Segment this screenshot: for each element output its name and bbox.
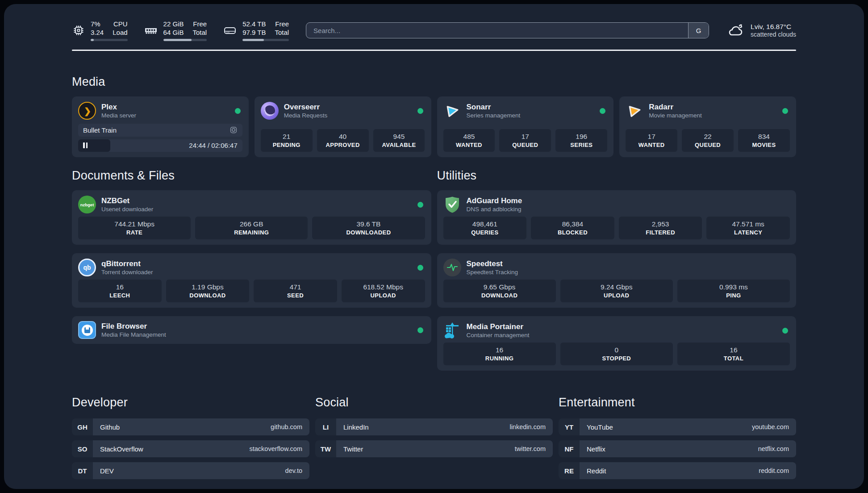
app-card-adguard[interactable]: AdGuard Home DNS and adblocking 498,461Q… [437, 190, 797, 245]
filebrowser-icon [78, 321, 96, 339]
app-card-speedtest[interactable]: Speedtest Speedtest Tracking 9.65 GbpsDO… [437, 253, 797, 308]
sonarr-icon [443, 102, 461, 120]
app-card-portainer[interactable]: Media Portainer Container management 16R… [437, 316, 797, 371]
link-tag: TW [315, 440, 336, 457]
memory-free-label: Free [192, 20, 207, 28]
link-row-netflix[interactable]: NF Netflix netflix.com [559, 440, 796, 457]
disk-total-label: Total [275, 28, 289, 37]
section-title-media: Media [72, 75, 796, 89]
status-dot [235, 108, 241, 114]
memory-total-label: Total [192, 28, 207, 37]
link-url: twitter.com [515, 445, 546, 452]
nzbget-icon: nzbget [78, 196, 96, 213]
stat-series: 196SERIES [555, 129, 607, 152]
app-subtitle: Usenet downloader [101, 205, 153, 213]
app-card-qbittorrent[interactable]: qb qBittorrent Torrent downloader 16LEEC… [72, 253, 431, 308]
app-subtitle: Container management [467, 331, 530, 339]
stat-seed: 471SEED [254, 280, 337, 302]
link-tag: SO [72, 440, 93, 457]
search-bar: G [306, 22, 709, 38]
link-url: linkedin.com [509, 423, 546, 430]
app-card-sonarr[interactable]: Sonarr Series management 485WANTED 17QUE… [437, 96, 614, 157]
disk-icon [223, 24, 237, 37]
stat-latency: 47.571 msLATENCY [706, 217, 790, 239]
link-name: StackOverflow [100, 445, 143, 453]
status-dot [417, 265, 423, 271]
weather-condition: scattered clouds [751, 31, 796, 38]
disk-stat-widget: 52.4 TB 97.9 TB Free Total [223, 20, 289, 41]
stat-downloaded: 39.6 TBDOWNLOADED [312, 217, 425, 239]
app-card-radarr[interactable]: Radarr Movie management 17WANTED 22QUEUE… [619, 96, 796, 157]
status-dot [417, 108, 423, 114]
status-dot [782, 328, 788, 334]
playback-progress-bar[interactable]: 24:44 / 02:06:47 [78, 139, 242, 152]
app-subtitle: Media File Management [101, 331, 166, 338]
link-row-youtube[interactable]: YT YouTube youtube.com [559, 418, 796, 435]
now-playing-row: Bullet Train [78, 124, 242, 137]
screen: 7% 3.24 CPU Load [0, 0, 868, 493]
stat-wanted: 17WANTED [626, 129, 677, 152]
app-name: File Browser [101, 322, 166, 331]
app-name: Radarr [649, 102, 702, 112]
stat-download: 9.65 GbpsDOWNLOAD [443, 280, 556, 302]
app-card-filebrowser[interactable]: File Browser Media File Management [72, 316, 431, 344]
link-tag: LI [315, 418, 336, 435]
cpu-load-value: 3.24 [91, 28, 104, 37]
section-title-entertainment: Entertainment [559, 396, 796, 409]
cpu-icon [72, 24, 85, 37]
social-links: Social LI LinkedIn linkedin.com TW Twitt… [315, 396, 553, 457]
section-title-utilities: Utilities [437, 169, 797, 183]
app-subtitle: DNS and adblocking [467, 205, 522, 213]
link-url: github.com [271, 423, 302, 430]
link-row-stackoverflow[interactable]: SO StackOverflow stackoverflow.com [72, 440, 309, 457]
disk-progress-bar [242, 39, 289, 41]
media-settings-icon[interactable] [230, 126, 238, 134]
app-card-plex[interactable]: ❯ Plex Media server Bullet Train 24:44 [72, 96, 249, 157]
link-url: youtube.com [752, 423, 789, 430]
link-row-linkedin[interactable]: LI LinkedIn linkedin.com [315, 418, 553, 435]
memory-stat-widget: 22 GiB 64 GiB Free Total [144, 20, 207, 41]
media-grid: ❯ Plex Media server Bullet Train 24:44 [72, 96, 796, 157]
memory-progress-bar [163, 39, 207, 41]
app-subtitle: Series management [467, 112, 521, 119]
memory-free-value: 22 GiB [163, 20, 184, 28]
link-tag: DT [72, 462, 93, 479]
app-name: qBittorrent [101, 259, 153, 268]
link-url: stackoverflow.com [250, 445, 302, 452]
stat-available: 945AVAILABLE [373, 129, 425, 152]
system-stats: 7% 3.24 CPU Load [72, 20, 289, 41]
link-row-reddit[interactable]: RE Reddit reddit.com [559, 462, 796, 479]
app-card-nzbget[interactable]: nzbget NZBGet Usenet downloader 744.21 M… [72, 190, 431, 245]
header-divider [72, 50, 796, 51]
cpu-usage-label: CPU [113, 20, 127, 28]
stat-queued: 22QUEUED [682, 129, 734, 152]
section-title-social: Social [315, 396, 553, 409]
link-row-twitter[interactable]: TW Twitter twitter.com [315, 440, 553, 457]
section-title-developer: Developer [72, 396, 309, 409]
search-input[interactable] [306, 23, 688, 38]
stat-blocked: 86,384BLOCKED [531, 217, 614, 239]
link-row-dev[interactable]: DT DEV dev.to [72, 462, 309, 479]
cloud-icon [726, 23, 745, 38]
app-subtitle: Media server [101, 112, 136, 119]
search-engine-button[interactable]: G [688, 23, 709, 38]
plex-icon: ❯ [78, 102, 96, 120]
stat-rate: 744.21 MbpsRATE [78, 217, 191, 239]
link-row-github[interactable]: GH Github github.com [72, 418, 309, 435]
now-playing-title: Bullet Train [83, 126, 117, 134]
speedtest-icon [443, 259, 461, 276]
app-card-overseerr[interactable]: Overseerr Media Requests 21PENDING 40APP… [255, 96, 431, 157]
cpu-stat-widget: 7% 3.24 CPU Load [72, 20, 128, 41]
disk-free-value: 52.4 TB [242, 20, 266, 28]
app-subtitle: Media Requests [284, 112, 328, 119]
app-name: Media Portainer [467, 322, 530, 331]
pause-icon[interactable] [83, 142, 88, 148]
weather-widget[interactable]: Lviv, 16.87°C scattered clouds [726, 23, 796, 38]
section-title-documents: Documents & Files [72, 169, 431, 183]
stat-upload: 9.24 GbpsUPLOAD [560, 280, 673, 302]
playback-time: 24:44 / 02:06:47 [189, 142, 237, 149]
link-tag: GH [72, 418, 93, 435]
stat-pending: 21PENDING [261, 129, 313, 152]
stat-approved: 40APPROVED [317, 129, 369, 152]
stat-total: 16TOTAL [677, 343, 790, 365]
